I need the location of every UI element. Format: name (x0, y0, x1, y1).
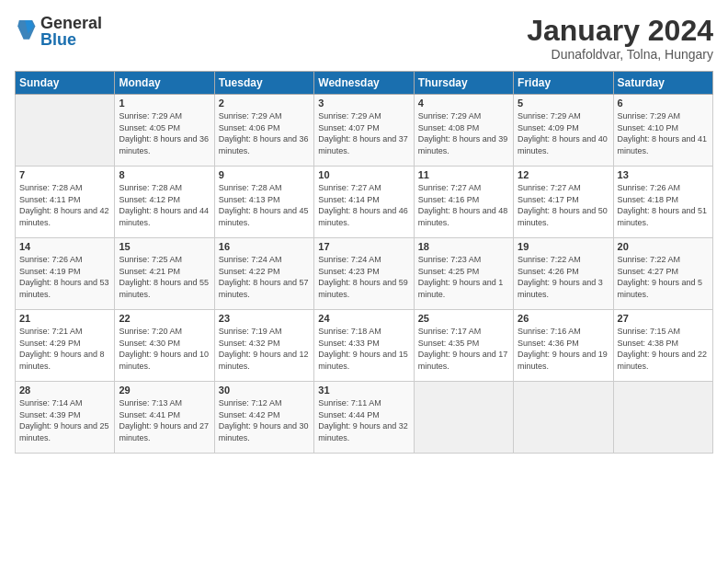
title-block: January 2024 Dunafoldvar, Tolna, Hungary (527, 15, 713, 62)
day-number: 12 (518, 169, 609, 180)
day-number: 30 (219, 385, 310, 396)
day-number: 1 (119, 98, 210, 109)
day-info: Sunrise: 7:27 AMSunset: 4:14 PMDaylight:… (318, 182, 409, 228)
logo-icon (15, 18, 37, 44)
day-info: Sunrise: 7:29 AMSunset: 4:06 PMDaylight:… (219, 110, 310, 156)
calendar-cell: 1Sunrise: 7:29 AMSunset: 4:05 PMDaylight… (115, 95, 214, 167)
day-number: 31 (318, 385, 409, 396)
calendar-week-row: 1Sunrise: 7:29 AMSunset: 4:05 PMDaylight… (16, 95, 713, 167)
calendar-cell: 30Sunrise: 7:12 AMSunset: 4:42 PMDayligh… (214, 382, 313, 454)
calendar-cell: 21Sunrise: 7:21 AMSunset: 4:29 PMDayligh… (16, 310, 115, 382)
day-info: Sunrise: 7:28 AMSunset: 4:11 PMDaylight:… (19, 182, 110, 228)
day-info: Sunrise: 7:14 AMSunset: 4:39 PMDaylight:… (19, 397, 110, 443)
day-info: Sunrise: 7:22 AMSunset: 4:26 PMDaylight:… (518, 254, 609, 300)
day-number: 2 (219, 98, 310, 109)
day-info: Sunrise: 7:29 AMSunset: 4:05 PMDaylight:… (119, 110, 210, 156)
day-info: Sunrise: 7:21 AMSunset: 4:29 PMDaylight:… (19, 326, 110, 372)
day-number: 27 (618, 313, 709, 324)
col-wednesday: Wednesday (314, 72, 414, 95)
day-info: Sunrise: 7:28 AMSunset: 4:13 PMDaylight:… (219, 182, 310, 228)
day-info: Sunrise: 7:22 AMSunset: 4:27 PMDaylight:… (618, 254, 709, 300)
day-info: Sunrise: 7:19 AMSunset: 4:32 PMDaylight:… (219, 326, 310, 372)
day-number: 7 (19, 169, 110, 180)
logo-blue: Blue (40, 30, 76, 49)
calendar-table: Sunday Monday Tuesday Wednesday Thursday… (15, 71, 713, 454)
day-info: Sunrise: 7:28 AMSunset: 4:12 PMDaylight:… (119, 182, 210, 228)
day-info: Sunrise: 7:25 AMSunset: 4:21 PMDaylight:… (119, 254, 210, 300)
calendar-cell: 2Sunrise: 7:29 AMSunset: 4:06 PMDaylight… (214, 95, 313, 167)
day-info: Sunrise: 7:27 AMSunset: 4:17 PMDaylight:… (518, 182, 609, 228)
col-thursday: Thursday (414, 72, 513, 95)
calendar-cell: 26Sunrise: 7:16 AMSunset: 4:36 PMDayligh… (514, 310, 613, 382)
calendar-cell: 27Sunrise: 7:15 AMSunset: 4:38 PMDayligh… (613, 310, 712, 382)
day-info: Sunrise: 7:29 AMSunset: 4:09 PMDaylight:… (518, 110, 609, 156)
day-number: 4 (418, 98, 509, 109)
month-title: January 2024 (527, 15, 713, 47)
day-info: Sunrise: 7:20 AMSunset: 4:30 PMDaylight:… (119, 326, 210, 372)
day-info: Sunrise: 7:15 AMSunset: 4:38 PMDaylight:… (618, 326, 709, 372)
day-info: Sunrise: 7:24 AMSunset: 4:22 PMDaylight:… (219, 254, 310, 300)
calendar-cell: 13Sunrise: 7:26 AMSunset: 4:18 PMDayligh… (613, 167, 712, 238)
day-info: Sunrise: 7:27 AMSunset: 4:16 PMDaylight:… (418, 182, 509, 228)
calendar-cell (414, 382, 513, 454)
day-info: Sunrise: 7:11 AMSunset: 4:44 PMDaylight:… (318, 397, 409, 443)
calendar-cell: 9Sunrise: 7:28 AMSunset: 4:13 PMDaylight… (214, 167, 313, 238)
calendar-cell: 20Sunrise: 7:22 AMSunset: 4:27 PMDayligh… (613, 238, 712, 310)
calendar-cell: 19Sunrise: 7:22 AMSunset: 4:26 PMDayligh… (514, 238, 613, 310)
day-number: 3 (318, 98, 409, 109)
calendar-cell (613, 382, 712, 454)
day-info: Sunrise: 7:29 AMSunset: 4:08 PMDaylight:… (418, 110, 509, 156)
calendar-week-row: 14Sunrise: 7:26 AMSunset: 4:19 PMDayligh… (16, 238, 713, 310)
day-number: 9 (219, 169, 310, 180)
day-number: 14 (19, 241, 110, 252)
col-sunday: Sunday (16, 72, 115, 95)
calendar-cell: 16Sunrise: 7:24 AMSunset: 4:22 PMDayligh… (214, 238, 313, 310)
day-number: 20 (618, 241, 709, 252)
day-number: 13 (618, 169, 709, 180)
calendar-cell: 15Sunrise: 7:25 AMSunset: 4:21 PMDayligh… (115, 238, 214, 310)
day-number: 17 (318, 241, 409, 252)
calendar-cell (514, 382, 613, 454)
day-number: 23 (219, 313, 310, 324)
day-number: 24 (318, 313, 409, 324)
calendar-week-row: 21Sunrise: 7:21 AMSunset: 4:29 PMDayligh… (16, 310, 713, 382)
day-number: 25 (418, 313, 509, 324)
calendar-cell: 8Sunrise: 7:28 AMSunset: 4:12 PMDaylight… (115, 167, 214, 238)
calendar-cell: 25Sunrise: 7:17 AMSunset: 4:35 PMDayligh… (414, 310, 513, 382)
calendar-cell: 14Sunrise: 7:26 AMSunset: 4:19 PMDayligh… (16, 238, 115, 310)
day-info: Sunrise: 7:29 AMSunset: 4:10 PMDaylight:… (618, 110, 709, 156)
day-number: 26 (518, 313, 609, 324)
calendar-cell: 28Sunrise: 7:14 AMSunset: 4:39 PMDayligh… (16, 382, 115, 454)
day-info: Sunrise: 7:18 AMSunset: 4:33 PMDaylight:… (318, 326, 409, 372)
col-saturday: Saturday (613, 72, 712, 95)
calendar-cell: 3Sunrise: 7:29 AMSunset: 4:07 PMDaylight… (314, 95, 414, 167)
day-number: 29 (119, 385, 210, 396)
calendar-cell: 22Sunrise: 7:20 AMSunset: 4:30 PMDayligh… (115, 310, 214, 382)
day-info: Sunrise: 7:17 AMSunset: 4:35 PMDaylight:… (418, 326, 509, 372)
day-number: 5 (518, 98, 609, 109)
day-number: 18 (418, 241, 509, 252)
day-number: 8 (119, 169, 210, 180)
calendar-cell: 11Sunrise: 7:27 AMSunset: 4:16 PMDayligh… (414, 167, 513, 238)
col-friday: Friday (514, 72, 613, 95)
day-number: 28 (19, 385, 110, 396)
day-info: Sunrise: 7:29 AMSunset: 4:07 PMDaylight:… (318, 110, 409, 156)
day-info: Sunrise: 7:26 AMSunset: 4:19 PMDaylight:… (19, 254, 110, 300)
calendar-cell: 4Sunrise: 7:29 AMSunset: 4:08 PMDaylight… (414, 95, 513, 167)
day-info: Sunrise: 7:24 AMSunset: 4:23 PMDaylight:… (318, 254, 409, 300)
day-number: 19 (518, 241, 609, 252)
calendar-cell: 6Sunrise: 7:29 AMSunset: 4:10 PMDaylight… (613, 95, 712, 167)
calendar-cell: 7Sunrise: 7:28 AMSunset: 4:11 PMDaylight… (16, 167, 115, 238)
day-number: 22 (119, 313, 210, 324)
day-number: 6 (618, 98, 709, 109)
logo: General Blue (15, 15, 102, 48)
day-info: Sunrise: 7:12 AMSunset: 4:42 PMDaylight:… (219, 397, 310, 443)
calendar-cell: 5Sunrise: 7:29 AMSunset: 4:09 PMDaylight… (514, 95, 613, 167)
calendar-header-row: Sunday Monday Tuesday Wednesday Thursday… (16, 72, 713, 95)
day-number: 15 (119, 241, 210, 252)
calendar-cell: 18Sunrise: 7:23 AMSunset: 4:25 PMDayligh… (414, 238, 513, 310)
day-info: Sunrise: 7:13 AMSunset: 4:41 PMDaylight:… (119, 397, 210, 443)
calendar-cell: 17Sunrise: 7:24 AMSunset: 4:23 PMDayligh… (314, 238, 414, 310)
day-number: 16 (219, 241, 310, 252)
calendar-cell: 12Sunrise: 7:27 AMSunset: 4:17 PMDayligh… (514, 167, 613, 238)
